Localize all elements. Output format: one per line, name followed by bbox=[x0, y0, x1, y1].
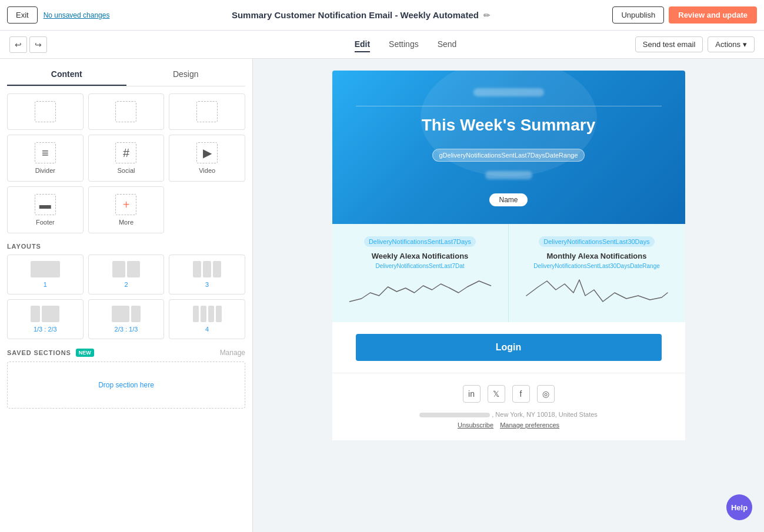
unpublish-button[interactable]: Unpublish bbox=[612, 6, 664, 24]
page-title: Summary Customer Notification Email - We… bbox=[232, 10, 479, 20]
block-item-more[interactable]: + More bbox=[88, 186, 165, 233]
monthly-date-var: DeliveryNotificationsSentLast30DaysDateR… bbox=[521, 263, 673, 269]
tab-edit[interactable]: Edit bbox=[355, 37, 370, 52]
redo-button[interactable]: ↪ bbox=[29, 36, 47, 53]
layout-col bbox=[203, 261, 211, 277]
divider-label: Divider bbox=[35, 167, 55, 174]
social-label: Social bbox=[118, 167, 135, 174]
panel-tabs: Content Design bbox=[7, 63, 245, 86]
facebook-icon[interactable]: f bbox=[512, 385, 530, 403]
layout-preview-1 bbox=[31, 261, 60, 277]
layout-col bbox=[31, 261, 60, 277]
block-item-footer[interactable]: ▬ Footer bbox=[7, 186, 84, 233]
header-variable-tag: gDeliveryNotificationsSentLast7DaysDateR… bbox=[432, 149, 584, 162]
layout-item-3[interactable]: 3 bbox=[169, 255, 245, 295]
dotted-placeholder2 bbox=[115, 101, 136, 122]
footer-icon: ▬ bbox=[39, 198, 51, 212]
layout-col bbox=[201, 306, 206, 322]
weekly-chart bbox=[344, 275, 496, 310]
top-bar-left: Exit No unsaved changes bbox=[7, 6, 109, 24]
layout-item-2-3-1-3[interactable]: 2/3 : 1/3 bbox=[88, 299, 165, 339]
layout-col bbox=[127, 261, 140, 277]
email-title: This Week's Summary bbox=[356, 116, 662, 135]
monthly-chart bbox=[521, 275, 673, 310]
review-and-update-button[interactable]: Review and update bbox=[669, 6, 757, 24]
chevron-down-icon: ▾ bbox=[743, 40, 747, 49]
layout-col bbox=[131, 306, 141, 322]
video-label: Video bbox=[199, 167, 215, 174]
layout-item-1[interactable]: 1 bbox=[7, 255, 84, 295]
weekly-var-tag: DeliveryNotificationsSentLast7Days bbox=[364, 236, 476, 247]
layout-label-1-3-2-3: 1/3 : 2/3 bbox=[34, 326, 57, 333]
twitter-icon[interactable]: 𝕏 bbox=[488, 385, 505, 403]
instagram-icon[interactable]: ◎ bbox=[537, 385, 555, 403]
layout-col bbox=[112, 306, 129, 322]
layout-col bbox=[112, 261, 125, 277]
secondary-bar: ↩ ↪ Edit Settings Send Send test email A… bbox=[0, 31, 764, 59]
send-test-email-button[interactable]: Send test email bbox=[635, 36, 703, 52]
login-button[interactable]: Login bbox=[356, 334, 662, 361]
unsaved-changes-link[interactable]: No unsaved changes bbox=[44, 11, 110, 19]
manage-preferences-link[interactable]: Manage preferences bbox=[500, 421, 559, 429]
monthly-var-tag: DeliveryNotificationsSentLast30Days bbox=[539, 236, 654, 247]
undo-button[interactable]: ↩ bbox=[9, 36, 27, 53]
block-item-empty2[interactable] bbox=[88, 93, 165, 130]
layout-preview-2 bbox=[112, 261, 140, 277]
manage-link[interactable]: Manage bbox=[220, 349, 245, 357]
header-divider bbox=[356, 106, 662, 106]
social-icons-group: in 𝕏 f ◎ bbox=[356, 385, 662, 403]
dotted-placeholder1 bbox=[35, 101, 56, 122]
drop-zone[interactable]: Drop section here bbox=[7, 362, 245, 409]
linkedin-icon[interactable]: in bbox=[463, 385, 481, 403]
more-icon-wrapper: + bbox=[115, 194, 136, 215]
stat-col-weekly: DeliveryNotificationsSentLast7Days Weekl… bbox=[332, 224, 509, 322]
unsubscribe-link[interactable]: Unsubscribe bbox=[458, 421, 493, 429]
tab-settings[interactable]: Settings bbox=[389, 37, 419, 52]
layout-label-2: 2 bbox=[124, 281, 128, 288]
layout-label-3: 3 bbox=[205, 281, 209, 288]
footer-icon-wrapper: ▬ bbox=[35, 194, 56, 215]
exit-button[interactable]: Exit bbox=[7, 6, 38, 24]
layout-col bbox=[31, 306, 40, 322]
layout-item-4[interactable]: 4 bbox=[169, 299, 245, 339]
video-icon: ▶ bbox=[203, 146, 212, 160]
layout-item-1-3-2-3[interactable]: 1/3 : 2/3 bbox=[7, 299, 84, 339]
layout-label-4: 4 bbox=[205, 326, 209, 333]
layout-grid: 1 2 3 bbox=[7, 255, 245, 339]
email-footer: in 𝕏 f ◎ , New York, NY 10018, United St… bbox=[332, 373, 685, 440]
email-preview: This Week's Summary gDeliveryNotificatio… bbox=[332, 71, 685, 520]
layouts-section-header: LAYOUTS bbox=[7, 243, 245, 250]
email-login-section: Login bbox=[332, 322, 685, 373]
divider-icon-wrapper: ≡ bbox=[35, 142, 56, 163]
tab-send[interactable]: Send bbox=[438, 37, 457, 52]
left-panel: Content Design ≡ Divider bbox=[0, 59, 253, 532]
top-bar: Exit No unsaved changes Summary Customer… bbox=[0, 0, 764, 31]
layout-preview-2-3-1-3 bbox=[112, 306, 141, 322]
top-bar-right: Unpublish Review and update bbox=[612, 6, 757, 24]
footer-address: , New York, NY 10018, United States bbox=[356, 411, 662, 418]
block-item-empty1[interactable] bbox=[7, 93, 84, 130]
footer-label: Footer bbox=[36, 219, 55, 226]
layout-col bbox=[216, 306, 222, 322]
edit-title-icon[interactable]: ✏ bbox=[483, 11, 491, 20]
block-item-video[interactable]: ▶ Video bbox=[169, 135, 245, 182]
divider-icon: ≡ bbox=[42, 146, 49, 160]
dotted-placeholder3 bbox=[196, 101, 218, 122]
actions-button[interactable]: Actions ▾ bbox=[708, 36, 755, 52]
main-layout: Content Design ≡ Divider bbox=[0, 59, 764, 532]
right-content: This Week's Summary gDeliveryNotificatio… bbox=[253, 59, 764, 532]
block-item-empty3[interactable] bbox=[169, 93, 245, 130]
panel-tab-design[interactable]: Design bbox=[126, 63, 246, 86]
layout-item-2[interactable]: 2 bbox=[88, 255, 165, 295]
footer-links: Unsubscribe Manage preferences bbox=[356, 421, 662, 429]
block-item-social[interactable]: # Social bbox=[88, 135, 165, 182]
panel-tab-content[interactable]: Content bbox=[7, 63, 126, 86]
block-item-divider[interactable]: ≡ Divider bbox=[7, 135, 84, 182]
name-tag: Name bbox=[489, 193, 527, 206]
sec-bar-actions: Send test email Actions ▾ bbox=[635, 36, 755, 52]
layout-label-2-3-1-3: 2/3 : 1/3 bbox=[115, 326, 138, 333]
help-button[interactable]: Help bbox=[726, 494, 752, 520]
blurred-address bbox=[419, 413, 490, 417]
social-icon-wrapper: # bbox=[115, 142, 136, 163]
layout-col bbox=[193, 261, 201, 277]
